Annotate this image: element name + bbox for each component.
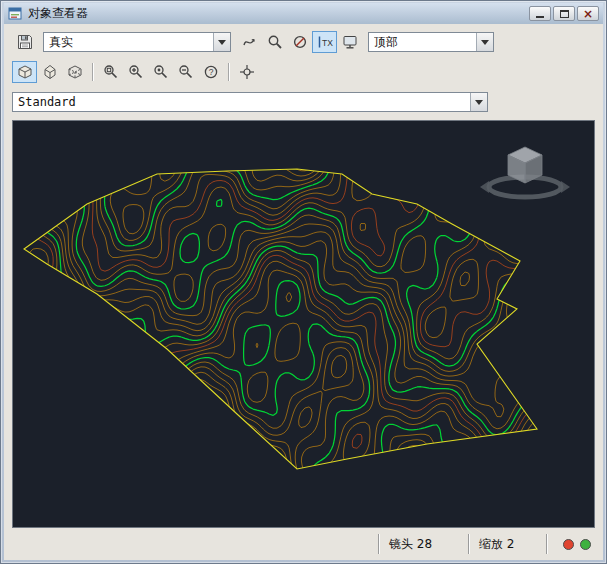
box-perspective-wide-button[interactable] xyxy=(62,61,87,83)
minimize-button[interactable] xyxy=(529,6,551,21)
zoom-out-button[interactable] xyxy=(173,61,198,83)
chevron-down-icon xyxy=(218,40,226,45)
zoom-center-button[interactable] xyxy=(148,61,173,83)
cube-wire-icon xyxy=(67,64,83,80)
titlebar[interactable]: 对象查看器 × xyxy=(4,3,603,24)
green-indicator-icon xyxy=(580,539,591,550)
close-icon: × xyxy=(583,8,593,20)
zoom-label: 缩放 2 xyxy=(479,536,514,553)
named-style-value: Standard xyxy=(18,95,76,109)
terrain-canvas[interactable] xyxy=(13,121,595,527)
orbit-icon xyxy=(242,34,258,50)
target-icon xyxy=(239,64,255,80)
viewport xyxy=(12,120,595,528)
window-title: 对象查看器 xyxy=(28,5,527,22)
minimize-icon xyxy=(536,16,544,18)
zoom-field: 缩放 2 xyxy=(468,534,546,554)
box-perspective-button[interactable] xyxy=(37,61,62,83)
magnifier-icon xyxy=(267,34,283,50)
toolbar-row-2: ? xyxy=(12,60,595,84)
orbit-button[interactable] xyxy=(237,31,262,53)
toolbar-separator xyxy=(92,63,93,81)
box-parallel-button[interactable] xyxy=(12,61,37,83)
crossed-circle-icon xyxy=(292,34,308,50)
text-cursor-icon: TX xyxy=(317,34,333,50)
named-style-select[interactable]: Standard xyxy=(12,92,488,112)
red-indicator-icon xyxy=(563,539,574,550)
maximize-icon xyxy=(560,10,569,18)
save-button[interactable] xyxy=(12,31,37,53)
object-viewer-window: 对象查看器 × 真实 xyxy=(0,0,607,564)
screen-button[interactable] xyxy=(337,31,362,53)
zoom-out-icon xyxy=(178,64,194,80)
lens-label: 镜头 28 xyxy=(389,536,432,553)
help-icon: ? xyxy=(203,64,219,80)
app-icon xyxy=(8,7,23,21)
zoom-center-icon xyxy=(153,64,169,80)
close-button[interactable]: × xyxy=(577,6,599,21)
visual-style-dropdown-button[interactable] xyxy=(213,33,230,51)
monitor-icon xyxy=(342,34,358,50)
visual-style-select[interactable]: 真实 xyxy=(43,32,231,52)
svg-text:?: ? xyxy=(208,67,213,77)
view-select[interactable]: 顶部 xyxy=(368,32,494,52)
orbit-center-button[interactable] xyxy=(234,61,259,83)
indicator-field xyxy=(546,534,595,554)
view-value: 顶部 xyxy=(374,34,398,51)
statusbar: 镜头 28 缩放 2 xyxy=(12,534,595,554)
zoom-window-button[interactable] xyxy=(98,61,123,83)
zoom-in-button[interactable] xyxy=(123,61,148,83)
cube-perspective-icon xyxy=(42,64,58,80)
lens-field: 镜头 28 xyxy=(378,534,468,554)
chevron-down-icon xyxy=(481,40,489,45)
statusbar-spacer xyxy=(12,534,378,554)
save-icon xyxy=(17,34,33,50)
maximize-button[interactable] xyxy=(553,6,575,21)
no-preview-button[interactable] xyxy=(287,31,312,53)
zoom-help-button[interactable]: ? xyxy=(198,61,223,83)
zoom-window-icon xyxy=(103,64,119,80)
zoom-button[interactable] xyxy=(262,31,287,53)
toolbar-row-1: 真实 xyxy=(12,30,595,54)
text-display-toggle[interactable]: TX xyxy=(312,31,337,53)
chevron-down-icon xyxy=(475,100,483,105)
client-area: 真实 xyxy=(4,24,603,560)
zoom-in-icon xyxy=(128,64,144,80)
cube-parallel-icon xyxy=(17,64,33,80)
named-style-dropdown-button[interactable] xyxy=(470,93,487,111)
svg-text:TX: TX xyxy=(322,38,333,48)
toolbar-separator xyxy=(228,63,229,81)
visual-style-value: 真实 xyxy=(49,34,73,51)
view-dropdown-button[interactable] xyxy=(476,33,493,51)
